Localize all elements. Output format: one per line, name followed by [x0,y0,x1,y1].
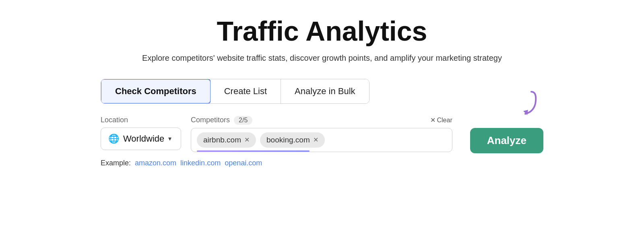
clear-label: Clear [437,117,452,124]
competitors-section: Competitors 2/5 ✕ Clear airbnb.com ✕ boo… [191,116,452,152]
tab-analyze-in-bulk[interactable]: Analyze in Bulk [281,79,369,103]
location-section: Location 🌐 Worldwide ▾ [101,116,181,150]
tag-airbnb-close[interactable]: ✕ [244,136,250,144]
example-openai[interactable]: openai.com [225,159,262,167]
page-container: Traffic Analytics Explore competitors' w… [101,16,543,167]
competitors-label-text: Competitors [191,116,230,124]
globe-icon: 🌐 [108,134,119,144]
tabs-container: Check Competitors Create List Analyze in… [101,79,369,104]
arrow-curve-icon [507,88,539,122]
tag-airbnb-label: airbnb.com [203,136,241,144]
tag-booking-close[interactable]: ✕ [313,136,318,144]
page-subtitle: Explore competitors' website traffic sta… [142,54,502,63]
competitors-label: Competitors 2/5 [191,116,252,125]
x-icon: ✕ [430,116,436,124]
competitors-label-row: Competitors 2/5 ✕ Clear [191,116,452,125]
page-title: Traffic Analytics [217,16,427,46]
competitors-badge: 2/5 [234,116,252,125]
examples-prefix: Example: [101,159,131,167]
controls-row: Location 🌐 Worldwide ▾ Competitors 2/5 ✕… [101,116,543,153]
examples-row: Example: amazon.com linkedin.com openai.… [101,159,262,167]
tag-booking-label: booking.com [266,136,310,144]
location-value: Worldwide [123,134,164,144]
example-amazon[interactable]: amazon.com [135,159,176,167]
tab-check-competitors[interactable]: Check Competitors [101,79,211,104]
tag-booking: booking.com ✕ [260,132,325,148]
tag-airbnb: airbnb.com ✕ [197,132,256,148]
analyze-button[interactable]: Analyze [470,128,543,153]
location-dropdown[interactable]: 🌐 Worldwide ▾ [101,128,181,150]
clear-button[interactable]: ✕ Clear [430,116,452,124]
chevron-down-icon: ▾ [168,135,171,142]
location-label: Location [101,116,181,124]
example-linkedin[interactable]: linkedin.com [180,159,221,167]
analyze-section: Analyze [470,116,543,153]
tab-create-list[interactable]: Create List [211,79,281,103]
competitors-input[interactable]: airbnb.com ✕ booking.com ✕ [191,128,452,152]
